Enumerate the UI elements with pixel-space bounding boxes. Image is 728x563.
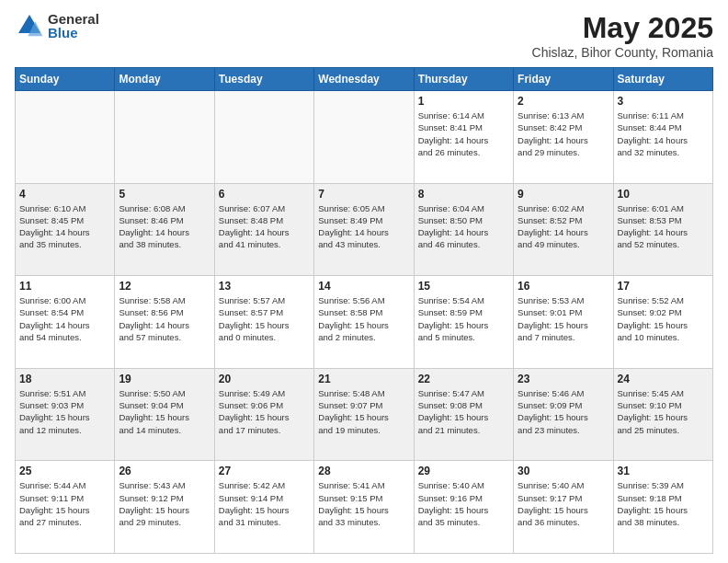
calendar-week-row: 18Sunrise: 5:51 AMSunset: 9:03 PMDayligh… [16, 368, 713, 461]
calendar-cell: 2Sunrise: 6:13 AMSunset: 8:42 PMDaylight… [514, 91, 613, 184]
day-number: 23 [518, 373, 609, 385]
calendar-cell: 14Sunrise: 5:56 AMSunset: 8:58 PMDayligh… [314, 276, 414, 369]
day-number: 10 [618, 188, 709, 201]
day-number: 31 [618, 465, 709, 477]
day-number: 5 [119, 188, 210, 201]
day-number: 27 [219, 465, 310, 477]
day-number: 13 [219, 280, 310, 293]
day-info: Sunrise: 5:53 AMSunset: 9:01 PMDaylight:… [518, 294, 609, 343]
calendar-cell: 1Sunrise: 6:14 AMSunset: 8:41 PMDaylight… [414, 91, 513, 184]
calendar-cell: 28Sunrise: 5:41 AMSunset: 9:15 PMDayligh… [314, 461, 414, 554]
day-number: 4 [19, 188, 110, 201]
day-number: 29 [418, 465, 509, 477]
main-title: May 2025 [532, 11, 713, 45]
day-number: 11 [19, 280, 110, 293]
calendar-cell: 24Sunrise: 5:45 AMSunset: 9:10 PMDayligh… [613, 368, 712, 461]
day-info: Sunrise: 5:40 AMSunset: 9:16 PMDaylight:… [418, 479, 509, 528]
calendar-header-friday: Friday [514, 68, 613, 91]
calendar-cell [16, 91, 115, 184]
day-number: 24 [618, 373, 709, 385]
calendar-cell: 10Sunrise: 6:01 AMSunset: 8:53 PMDayligh… [613, 183, 712, 276]
day-info: Sunrise: 6:02 AMSunset: 8:52 PMDaylight:… [518, 202, 609, 251]
calendar-week-row: 11Sunrise: 6:00 AMSunset: 8:54 PMDayligh… [16, 276, 713, 369]
logo-general-text: General [48, 12, 99, 26]
calendar-header-monday: Monday [115, 68, 214, 91]
day-number: 21 [318, 373, 409, 385]
calendar-cell [115, 91, 214, 184]
calendar-cell: 26Sunrise: 5:43 AMSunset: 9:12 PMDayligh… [115, 461, 214, 554]
calendar-cell: 30Sunrise: 5:40 AMSunset: 9:17 PMDayligh… [514, 461, 613, 554]
calendar-cell: 15Sunrise: 5:54 AMSunset: 8:59 PMDayligh… [414, 276, 513, 369]
logo: General Blue [15, 11, 99, 40]
day-number: 7 [318, 188, 409, 201]
day-info: Sunrise: 6:10 AMSunset: 8:45 PMDaylight:… [19, 202, 110, 251]
calendar-cell: 11Sunrise: 6:00 AMSunset: 8:54 PMDayligh… [16, 276, 115, 369]
day-number: 15 [418, 280, 509, 293]
day-info: Sunrise: 5:47 AMSunset: 9:08 PMDaylight:… [418, 387, 509, 436]
day-info: Sunrise: 6:14 AMSunset: 8:41 PMDaylight:… [418, 109, 509, 158]
day-number: 14 [318, 280, 409, 293]
day-number: 16 [518, 280, 609, 293]
day-number: 26 [119, 465, 210, 477]
calendar-cell: 8Sunrise: 6:04 AMSunset: 8:50 PMDaylight… [414, 183, 513, 276]
calendar-cell: 6Sunrise: 6:07 AMSunset: 8:48 PMDaylight… [214, 183, 313, 276]
calendar-header-sunday: Sunday [16, 68, 115, 91]
day-info: Sunrise: 6:00 AMSunset: 8:54 PMDaylight:… [19, 294, 110, 343]
calendar-cell: 9Sunrise: 6:02 AMSunset: 8:52 PMDaylight… [514, 183, 613, 276]
calendar-cell [214, 91, 313, 184]
calendar-week-row: 1Sunrise: 6:14 AMSunset: 8:41 PMDaylight… [16, 91, 713, 184]
day-info: Sunrise: 5:57 AMSunset: 8:57 PMDaylight:… [219, 294, 310, 343]
logo-text: General Blue [48, 12, 99, 40]
day-info: Sunrise: 5:54 AMSunset: 8:59 PMDaylight:… [418, 294, 509, 343]
day-info: Sunrise: 5:41 AMSunset: 9:15 PMDaylight:… [318, 479, 409, 528]
day-info: Sunrise: 6:08 AMSunset: 8:46 PMDaylight:… [119, 202, 210, 251]
logo-blue-text: Blue [48, 26, 99, 40]
day-info: Sunrise: 5:49 AMSunset: 9:06 PMDaylight:… [219, 387, 310, 436]
calendar-cell: 17Sunrise: 5:52 AMSunset: 9:02 PMDayligh… [613, 276, 712, 369]
day-number: 30 [518, 465, 609, 477]
page: General Blue May 2025 Chislaz, Bihor Cou… [0, 0, 728, 563]
calendar-header-saturday: Saturday [613, 68, 712, 91]
calendar-cell: 31Sunrise: 5:39 AMSunset: 9:18 PMDayligh… [613, 461, 712, 554]
day-info: Sunrise: 5:43 AMSunset: 9:12 PMDaylight:… [119, 479, 210, 528]
day-number: 8 [418, 188, 509, 201]
calendar-cell: 4Sunrise: 6:10 AMSunset: 8:45 PMDaylight… [16, 183, 115, 276]
day-info: Sunrise: 5:52 AMSunset: 9:02 PMDaylight:… [618, 294, 709, 343]
calendar-header-tuesday: Tuesday [214, 68, 313, 91]
calendar-cell: 16Sunrise: 5:53 AMSunset: 9:01 PMDayligh… [514, 276, 613, 369]
day-number: 28 [318, 465, 409, 477]
subtitle: Chislaz, Bihor County, Romania [532, 45, 713, 60]
day-number: 6 [219, 188, 310, 201]
calendar-cell: 23Sunrise: 5:46 AMSunset: 9:09 PMDayligh… [514, 368, 613, 461]
calendar-cell: 18Sunrise: 5:51 AMSunset: 9:03 PMDayligh… [16, 368, 115, 461]
calendar-cell [314, 91, 414, 184]
day-info: Sunrise: 5:42 AMSunset: 9:14 PMDaylight:… [219, 479, 310, 528]
calendar-week-row: 25Sunrise: 5:44 AMSunset: 9:11 PMDayligh… [16, 461, 713, 554]
day-number: 3 [618, 95, 709, 108]
calendar-cell: 20Sunrise: 5:49 AMSunset: 9:06 PMDayligh… [214, 368, 313, 461]
title-block: May 2025 Chislaz, Bihor County, Romania [532, 11, 713, 60]
day-number: 17 [618, 280, 709, 293]
day-info: Sunrise: 6:13 AMSunset: 8:42 PMDaylight:… [518, 109, 609, 158]
calendar-cell: 19Sunrise: 5:50 AMSunset: 9:04 PMDayligh… [115, 368, 214, 461]
day-number: 22 [418, 373, 509, 385]
day-info: Sunrise: 5:40 AMSunset: 9:17 PMDaylight:… [518, 479, 609, 528]
day-info: Sunrise: 5:39 AMSunset: 9:18 PMDaylight:… [618, 479, 709, 528]
calendar-header-wednesday: Wednesday [314, 68, 414, 91]
day-info: Sunrise: 5:44 AMSunset: 9:11 PMDaylight:… [19, 479, 110, 528]
day-info: Sunrise: 5:56 AMSunset: 8:58 PMDaylight:… [318, 294, 409, 343]
day-number: 18 [19, 373, 110, 385]
day-info: Sunrise: 6:05 AMSunset: 8:49 PMDaylight:… [318, 202, 409, 251]
calendar-week-row: 4Sunrise: 6:10 AMSunset: 8:45 PMDaylight… [16, 183, 713, 276]
day-number: 19 [119, 373, 210, 385]
day-info: Sunrise: 5:50 AMSunset: 9:04 PMDaylight:… [119, 387, 210, 436]
day-number: 1 [418, 95, 509, 108]
logo-icon [15, 11, 44, 40]
calendar-cell: 22Sunrise: 5:47 AMSunset: 9:08 PMDayligh… [414, 368, 513, 461]
day-info: Sunrise: 5:45 AMSunset: 9:10 PMDaylight:… [618, 387, 709, 436]
day-number: 12 [119, 280, 210, 293]
day-number: 20 [219, 373, 310, 385]
header: General Blue May 2025 Chislaz, Bihor Cou… [15, 11, 713, 60]
day-info: Sunrise: 5:48 AMSunset: 9:07 PMDaylight:… [318, 387, 409, 436]
day-info: Sunrise: 5:46 AMSunset: 9:09 PMDaylight:… [518, 387, 609, 436]
